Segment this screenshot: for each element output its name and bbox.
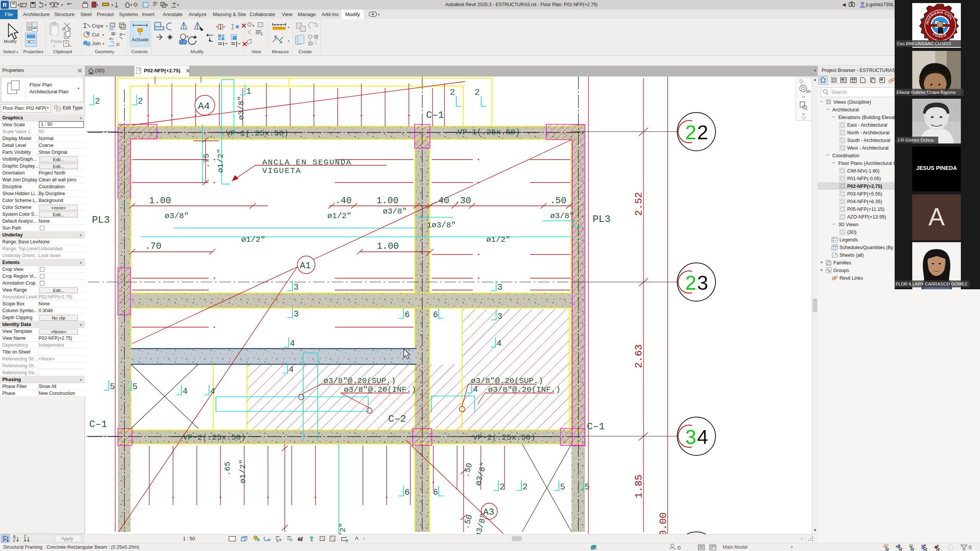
svg-text:4: 4 [183,387,188,396]
svg-text:▾: ▾ [45,3,47,7]
svg-text:3: 3 [294,310,299,319]
svg-text:R: R [3,2,7,8]
svg-text:6: 6 [405,310,410,320]
svg-text:ø1/2": ø1/2" [238,459,247,483]
svg-text:Modify: Modify [4,39,17,44]
svg-text:VP-2(.25x.50): VP-2(.25x.50) [473,433,536,442]
svg-text:2: 2 [450,88,455,98]
svg-text:4: 4 [210,387,215,396]
svg-text:ø1/2": ø1/2" [241,235,265,244]
svg-text:.40: .40 [335,196,351,206]
svg-text:.40: .40 [433,196,449,206]
svg-text:2D: 2D [806,90,811,93]
svg-text:1.00: 1.00 [149,196,171,206]
svg-text:2: 2 [475,88,480,98]
svg-text:▾: ▾ [288,39,289,43]
svg-text:2: 2 [138,97,143,106]
svg-text:6: 6 [405,488,410,497]
svg-text:▾: ▾ [103,42,104,46]
svg-text:Geometry: Geometry [95,49,114,54]
svg-text:Properties: Properties [23,49,44,54]
svg-text:0.00: 0.00 [658,512,669,534]
svg-text:.65: .65 [223,461,232,476]
svg-text:2: 2 [685,121,696,143]
svg-text:2: 2 [685,272,696,294]
svg-text:C–1: C–1 [89,419,107,430]
svg-text:ø3/8": ø3/8" [165,212,189,220]
svg-text:A: A [24,538,26,543]
svg-text:Select: Select [3,49,16,54]
svg-text:.70: .70 [145,241,161,251]
svg-text:1ø3/8": 1ø3/8" [427,221,456,230]
svg-text:▾: ▾ [288,26,289,29]
svg-text::0: :0 [968,545,972,550]
svg-text:1: 1 [246,87,251,96]
svg-text:VP-1(.25x.50): VP-1(.25x.50) [226,129,289,138]
svg-text:2: 2 [95,97,100,106]
svg-text:▾: ▾ [106,24,108,28]
svg-text:▾: ▾ [18,3,20,7]
svg-text:2: 2 [697,121,707,143]
svg-text:▾: ▾ [111,3,113,7]
svg-text:Clipboard: Clipboard [53,49,72,54]
svg-text:1.85: 1.85 [633,474,645,498]
svg-text:3: 3 [497,283,502,292]
svg-text:▾: ▾ [96,3,98,7]
svg-text:ø1/2": ø1/2" [327,212,351,220]
svg-text:3: 3 [685,426,696,448]
svg-text:ø1/2": ø1/2" [216,148,225,173]
svg-text:.30: .30 [454,196,471,206]
svg-text:3: 3 [294,283,299,292]
svg-text:▾: ▾ [16,51,18,54]
svg-text:5: 5 [585,483,590,492]
svg-text:VP-2(.25x.50): VP-2(.25x.50) [183,433,246,442]
svg-text:View: View [252,49,261,54]
svg-text:Cut: Cut [92,32,100,37]
svg-text:2.63: 2.63 [633,344,645,368]
svg-text:4: 4 [473,385,478,395]
svg-text:4: 4 [290,339,295,349]
svg-text:▾: ▾ [103,33,104,37]
svg-text:ø3/8": ø3/8" [383,207,407,216]
svg-text:VIGUETA: VIGUETA [262,166,301,175]
svg-text:.75: .75 [202,153,211,168]
svg-text:3: 3 [497,312,502,321]
svg-text:Join: Join [92,41,101,46]
svg-text:5: 5 [560,483,565,492]
svg-text:1.00: 1.00 [376,196,399,206]
svg-text:Paste: Paste [51,39,62,44]
svg-text:ø1/2": ø1/2" [486,235,510,244]
svg-text:▾: ▾ [61,3,63,7]
svg-text:Create: Create [299,49,312,54]
svg-text:C–1: C–1 [426,109,444,121]
svg-text:A4: A4 [198,101,210,112]
svg-text:Cope: Cope [92,23,103,29]
svg-text:4: 4 [697,426,708,448]
svg-text:Activate: Activate [132,37,149,42]
svg-text:4: 4 [289,365,294,375]
svg-text:2.52: 2.52 [633,192,645,216]
svg-text:4: 4 [497,339,501,349]
svg-text:2: 2 [523,483,528,492]
svg-text:A1: A1 [300,261,311,271]
svg-text:C–1: C–1 [587,421,605,432]
svg-text:ø3/8": ø3/8" [237,96,246,120]
svg-text:▾: ▾ [177,3,179,7]
svg-text:ø3/8": ø3/8" [550,212,574,220]
svg-text:6: 6 [433,310,438,320]
svg-text:C–2: C–2 [388,413,406,425]
svg-text:5: 5 [110,382,115,392]
svg-text:2: 2 [500,483,505,492]
svg-text:6: 6 [433,488,438,497]
svg-text:▾: ▾ [54,44,55,48]
svg-text:Z: Z [13,538,15,543]
svg-text:.50: .50 [550,196,566,206]
svg-text:▾: ▾ [378,13,380,16]
svg-text:1.00: 1.00 [377,241,399,251]
svg-text:/2": /2" [338,523,347,534]
svg-text:▾: ▾ [131,3,132,7]
svg-text:▾: ▾ [166,3,168,7]
svg-text:6d: 6d [298,536,303,542]
svg-text:PL3: PL3 [92,214,110,226]
svg-text:3: 3 [697,272,707,294]
